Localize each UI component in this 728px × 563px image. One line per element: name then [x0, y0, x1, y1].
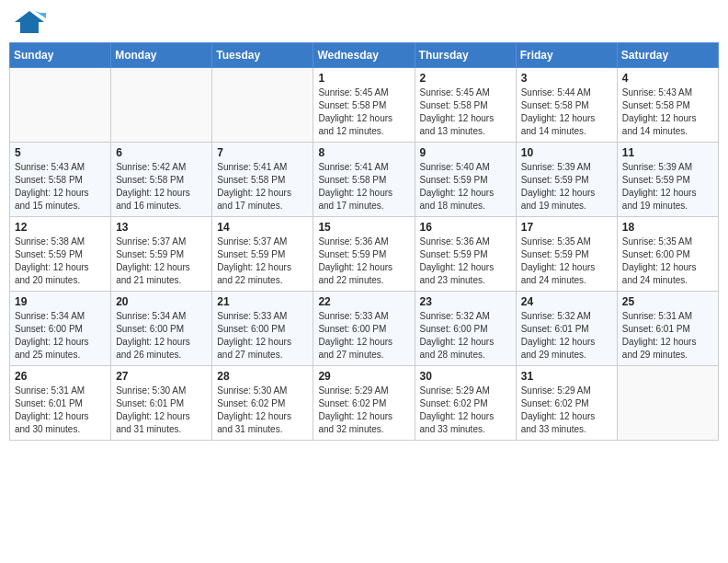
day-number: 8: [318, 146, 409, 159]
calendar-week-row: 1Sunrise: 5:45 AM Sunset: 5:58 PM Daylig…: [10, 68, 719, 143]
calendar-cell: 26Sunrise: 5:31 AM Sunset: 6:01 PM Dayli…: [10, 366, 111, 441]
calendar-cell: 11Sunrise: 5:39 AM Sunset: 5:59 PM Dayli…: [617, 143, 718, 217]
calendar-cell: 22Sunrise: 5:33 AM Sunset: 6:00 PM Dayli…: [313, 292, 415, 366]
calendar-week-row: 5Sunrise: 5:43 AM Sunset: 5:58 PM Daylig…: [10, 143, 719, 217]
calendar-cell: 27Sunrise: 5:30 AM Sunset: 6:01 PM Dayli…: [111, 366, 212, 441]
calendar-cell: 31Sunrise: 5:29 AM Sunset: 6:02 PM Dayli…: [516, 366, 617, 441]
day-number: 5: [15, 146, 106, 159]
day-info: Sunrise: 5:29 AM Sunset: 6:02 PM Dayligh…: [420, 385, 511, 436]
calendar-week-row: 19Sunrise: 5:34 AM Sunset: 6:00 PM Dayli…: [10, 292, 719, 366]
day-number: 17: [521, 221, 612, 234]
day-number: 11: [622, 146, 713, 159]
calendar-cell: 6Sunrise: 5:42 AM Sunset: 5:58 PM Daylig…: [111, 143, 212, 217]
calendar-week-row: 26Sunrise: 5:31 AM Sunset: 6:01 PM Dayli…: [10, 366, 719, 441]
day-number: 2: [420, 72, 511, 85]
calendar-cell: 7Sunrise: 5:41 AM Sunset: 5:58 PM Daylig…: [212, 143, 313, 217]
day-number: 24: [521, 295, 612, 308]
day-info: Sunrise: 5:35 AM Sunset: 5:59 PM Dayligh…: [521, 236, 612, 287]
day-number: 12: [15, 221, 106, 234]
calendar-cell: 15Sunrise: 5:36 AM Sunset: 5:59 PM Dayli…: [313, 217, 415, 292]
calendar-day-header: Tuesday: [212, 43, 313, 68]
day-info: Sunrise: 5:44 AM Sunset: 5:58 PM Dayligh…: [521, 86, 612, 138]
day-number: 7: [217, 146, 308, 159]
page-header: [9, 9, 719, 35]
day-number: 20: [116, 295, 207, 308]
day-number: 3: [521, 72, 612, 85]
svg-marker-0: [15, 11, 44, 33]
calendar-cell: [212, 68, 313, 143]
calendar-cell: 2Sunrise: 5:45 AM Sunset: 5:58 PM Daylig…: [415, 68, 516, 143]
calendar-cell: 24Sunrise: 5:32 AM Sunset: 6:01 PM Dayli…: [516, 292, 617, 366]
calendar-cell: 20Sunrise: 5:34 AM Sunset: 6:00 PM Dayli…: [111, 292, 212, 366]
day-info: Sunrise: 5:37 AM Sunset: 5:59 PM Dayligh…: [217, 236, 308, 287]
day-info: Sunrise: 5:32 AM Sunset: 6:01 PM Dayligh…: [521, 310, 612, 362]
day-info: Sunrise: 5:30 AM Sunset: 6:01 PM Dayligh…: [116, 385, 207, 436]
day-info: Sunrise: 5:36 AM Sunset: 5:59 PM Dayligh…: [318, 236, 409, 287]
day-number: 1: [318, 72, 409, 85]
calendar-cell: 14Sunrise: 5:37 AM Sunset: 5:59 PM Dayli…: [212, 217, 313, 292]
calendar-cell: 17Sunrise: 5:35 AM Sunset: 5:59 PM Dayli…: [516, 217, 617, 292]
calendar-cell: 30Sunrise: 5:29 AM Sunset: 6:02 PM Dayli…: [415, 366, 516, 441]
day-number: 29: [318, 370, 409, 383]
day-number: 19: [15, 295, 106, 308]
calendar-table: SundayMondayTuesdayWednesdayThursdayFrid…: [9, 42, 719, 441]
calendar-cell: 10Sunrise: 5:39 AM Sunset: 5:59 PM Dayli…: [516, 143, 617, 217]
logo-icon: [13, 9, 46, 35]
calendar-cell: 12Sunrise: 5:38 AM Sunset: 5:59 PM Dayli…: [10, 217, 111, 292]
day-info: Sunrise: 5:35 AM Sunset: 6:00 PM Dayligh…: [622, 236, 713, 287]
day-number: 6: [116, 146, 207, 159]
day-info: Sunrise: 5:31 AM Sunset: 6:01 PM Dayligh…: [15, 385, 106, 436]
day-info: Sunrise: 5:39 AM Sunset: 5:59 PM Dayligh…: [521, 161, 612, 213]
day-number: 18: [622, 221, 713, 234]
calendar-cell: 25Sunrise: 5:31 AM Sunset: 6:01 PM Dayli…: [617, 292, 718, 366]
day-number: 15: [318, 221, 409, 234]
calendar-day-header: Wednesday: [313, 43, 415, 68]
day-info: Sunrise: 5:45 AM Sunset: 5:58 PM Dayligh…: [318, 86, 409, 138]
day-info: Sunrise: 5:32 AM Sunset: 6:00 PM Dayligh…: [420, 310, 511, 362]
calendar-cell: 23Sunrise: 5:32 AM Sunset: 6:00 PM Dayli…: [415, 292, 516, 366]
day-info: Sunrise: 5:43 AM Sunset: 5:58 PM Dayligh…: [15, 161, 106, 213]
calendar-day-header: Saturday: [617, 43, 718, 68]
calendar-cell: 16Sunrise: 5:36 AM Sunset: 5:59 PM Dayli…: [415, 217, 516, 292]
day-info: Sunrise: 5:41 AM Sunset: 5:58 PM Dayligh…: [217, 161, 308, 213]
day-info: Sunrise: 5:36 AM Sunset: 5:59 PM Dayligh…: [420, 236, 511, 287]
day-info: Sunrise: 5:31 AM Sunset: 6:01 PM Dayligh…: [622, 310, 713, 362]
calendar-cell: 9Sunrise: 5:40 AM Sunset: 5:59 PM Daylig…: [415, 143, 516, 217]
day-info: Sunrise: 5:42 AM Sunset: 5:58 PM Dayligh…: [116, 161, 207, 213]
calendar-cell: 8Sunrise: 5:41 AM Sunset: 5:58 PM Daylig…: [313, 143, 415, 217]
day-number: 22: [318, 295, 409, 308]
calendar-day-header: Sunday: [10, 43, 111, 68]
calendar-cell: 5Sunrise: 5:43 AM Sunset: 5:58 PM Daylig…: [10, 143, 111, 217]
day-number: 9: [420, 146, 511, 159]
day-number: 10: [521, 146, 612, 159]
day-info: Sunrise: 5:39 AM Sunset: 5:59 PM Dayligh…: [622, 161, 713, 213]
day-number: 28: [217, 370, 308, 383]
calendar-day-header: Friday: [516, 43, 617, 68]
day-number: 21: [217, 295, 308, 308]
day-number: 13: [116, 221, 207, 234]
calendar-cell: 13Sunrise: 5:37 AM Sunset: 5:59 PM Dayli…: [111, 217, 212, 292]
calendar-cell: 28Sunrise: 5:30 AM Sunset: 6:02 PM Dayli…: [212, 366, 313, 441]
day-number: 4: [622, 72, 713, 85]
calendar-cell: 19Sunrise: 5:34 AM Sunset: 6:00 PM Dayli…: [10, 292, 111, 366]
calendar-cell: 3Sunrise: 5:44 AM Sunset: 5:58 PM Daylig…: [516, 68, 617, 143]
day-number: 31: [521, 370, 612, 383]
day-info: Sunrise: 5:37 AM Sunset: 5:59 PM Dayligh…: [116, 236, 207, 287]
day-number: 30: [420, 370, 511, 383]
day-number: 23: [420, 295, 511, 308]
calendar-day-header: Monday: [111, 43, 212, 68]
calendar-cell: [111, 68, 212, 143]
day-info: Sunrise: 5:45 AM Sunset: 5:58 PM Dayligh…: [420, 86, 511, 138]
day-number: 25: [622, 295, 713, 308]
day-number: 14: [217, 221, 308, 234]
day-info: Sunrise: 5:40 AM Sunset: 5:59 PM Dayligh…: [420, 161, 511, 213]
calendar-cell: [10, 68, 111, 143]
day-info: Sunrise: 5:38 AM Sunset: 5:59 PM Dayligh…: [15, 236, 106, 287]
calendar-cell: [617, 366, 718, 441]
calendar-cell: 18Sunrise: 5:35 AM Sunset: 6:00 PM Dayli…: [617, 217, 718, 292]
logo: [13, 9, 50, 35]
calendar-week-row: 12Sunrise: 5:38 AM Sunset: 5:59 PM Dayli…: [10, 217, 719, 292]
day-info: Sunrise: 5:34 AM Sunset: 6:00 PM Dayligh…: [116, 310, 207, 362]
day-info: Sunrise: 5:34 AM Sunset: 6:00 PM Dayligh…: [15, 310, 106, 362]
day-info: Sunrise: 5:33 AM Sunset: 6:00 PM Dayligh…: [318, 310, 409, 362]
